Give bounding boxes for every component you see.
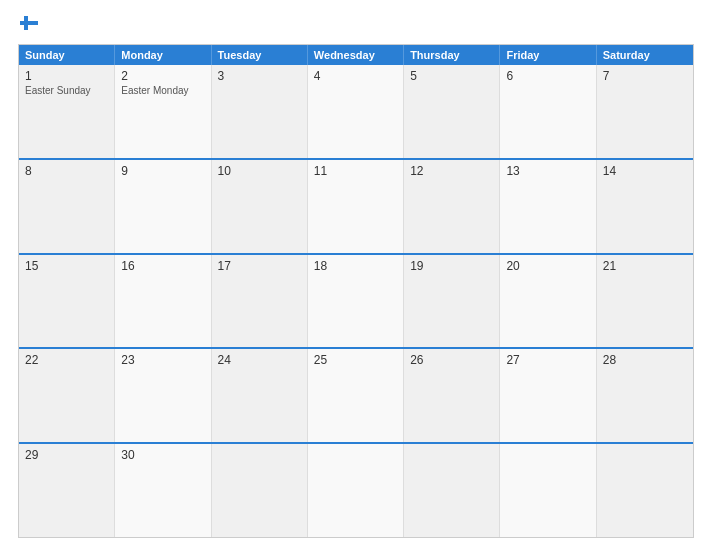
cal-cell: 18 — [308, 255, 404, 348]
cal-cell — [597, 444, 693, 537]
day-number: 20 — [506, 259, 589, 273]
calendar-week-2: 891011121314 — [19, 158, 693, 253]
cal-cell: 11 — [308, 160, 404, 253]
day-number: 14 — [603, 164, 687, 178]
cal-cell — [404, 444, 500, 537]
calendar-week-4: 22232425262728 — [19, 347, 693, 442]
cal-cell: 28 — [597, 349, 693, 442]
day-event: Easter Sunday — [25, 85, 108, 96]
day-number: 1 — [25, 69, 108, 83]
cal-cell: 21 — [597, 255, 693, 348]
cal-cell: 25 — [308, 349, 404, 442]
day-number: 7 — [603, 69, 687, 83]
day-header-sunday: Sunday — [19, 45, 115, 65]
day-number: 15 — [25, 259, 108, 273]
day-number: 30 — [121, 448, 204, 462]
day-number: 6 — [506, 69, 589, 83]
cal-cell: 3 — [212, 65, 308, 158]
cal-cell — [212, 444, 308, 537]
cal-cell: 19 — [404, 255, 500, 348]
calendar-header-row: SundayMondayTuesdayWednesdayThursdayFrid… — [19, 45, 693, 65]
calendar-week-1: 1Easter Sunday2Easter Monday34567 — [19, 65, 693, 158]
cal-cell: 29 — [19, 444, 115, 537]
day-header-wednesday: Wednesday — [308, 45, 404, 65]
cal-cell: 4 — [308, 65, 404, 158]
day-number: 9 — [121, 164, 204, 178]
cal-cell: 27 — [500, 349, 596, 442]
cal-cell: 20 — [500, 255, 596, 348]
day-number: 4 — [314, 69, 397, 83]
day-number: 8 — [25, 164, 108, 178]
day-header-thursday: Thursday — [404, 45, 500, 65]
cal-cell: 14 — [597, 160, 693, 253]
day-number: 12 — [410, 164, 493, 178]
header — [18, 16, 694, 34]
day-number: 28 — [603, 353, 687, 367]
cal-cell: 17 — [212, 255, 308, 348]
cal-cell: 13 — [500, 160, 596, 253]
svg-rect-2 — [24, 16, 28, 30]
cal-cell: 15 — [19, 255, 115, 348]
cal-cell: 9 — [115, 160, 211, 253]
calendar-week-3: 15161718192021 — [19, 253, 693, 348]
cal-cell: 26 — [404, 349, 500, 442]
cal-cell: 10 — [212, 160, 308, 253]
day-number: 17 — [218, 259, 301, 273]
cal-cell: 7 — [597, 65, 693, 158]
day-number: 22 — [25, 353, 108, 367]
day-number: 26 — [410, 353, 493, 367]
cal-cell: 24 — [212, 349, 308, 442]
day-number: 23 — [121, 353, 204, 367]
day-number: 2 — [121, 69, 204, 83]
cal-cell: 8 — [19, 160, 115, 253]
day-header-monday: Monday — [115, 45, 211, 65]
page: SundayMondayTuesdayWednesdayThursdayFrid… — [0, 0, 712, 550]
cal-cell — [500, 444, 596, 537]
logo-flag-icon — [20, 16, 38, 30]
day-number: 29 — [25, 448, 108, 462]
cal-cell — [308, 444, 404, 537]
day-event: Easter Monday — [121, 85, 204, 96]
calendar-week-5: 2930 — [19, 442, 693, 537]
day-number: 18 — [314, 259, 397, 273]
cal-cell: 2Easter Monday — [115, 65, 211, 158]
day-number: 21 — [603, 259, 687, 273]
day-number: 19 — [410, 259, 493, 273]
calendar-body: 1Easter Sunday2Easter Monday345678910111… — [19, 65, 693, 537]
cal-cell: 23 — [115, 349, 211, 442]
day-number: 27 — [506, 353, 589, 367]
logo — [18, 16, 38, 34]
day-number: 24 — [218, 353, 301, 367]
calendar: SundayMondayTuesdayWednesdayThursdayFrid… — [18, 44, 694, 538]
cal-cell: 5 — [404, 65, 500, 158]
day-number: 13 — [506, 164, 589, 178]
cal-cell: 16 — [115, 255, 211, 348]
cal-cell: 1Easter Sunday — [19, 65, 115, 158]
svg-rect-1 — [20, 21, 38, 25]
day-header-tuesday: Tuesday — [212, 45, 308, 65]
day-header-friday: Friday — [500, 45, 596, 65]
day-number: 5 — [410, 69, 493, 83]
cal-cell: 12 — [404, 160, 500, 253]
day-number: 10 — [218, 164, 301, 178]
day-header-saturday: Saturday — [597, 45, 693, 65]
cal-cell: 30 — [115, 444, 211, 537]
day-number: 25 — [314, 353, 397, 367]
cal-cell: 22 — [19, 349, 115, 442]
day-number: 3 — [218, 69, 301, 83]
day-number: 16 — [121, 259, 204, 273]
day-number: 11 — [314, 164, 397, 178]
cal-cell: 6 — [500, 65, 596, 158]
